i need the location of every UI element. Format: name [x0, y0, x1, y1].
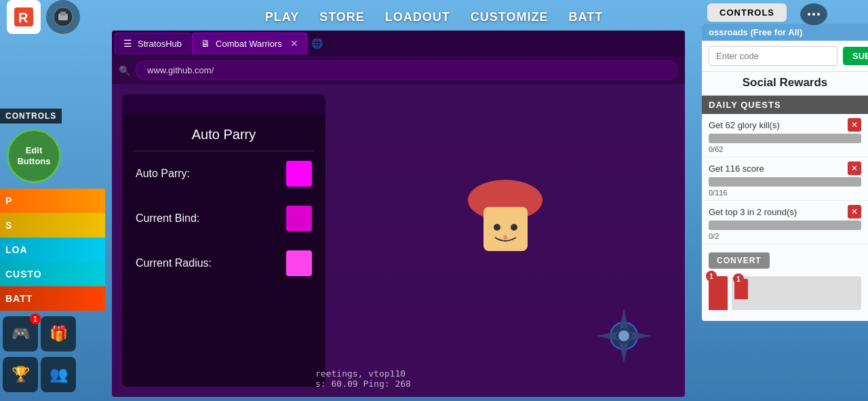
quest-2-close-button[interactable]: ✕ — [848, 161, 861, 175]
roblox-logo[interactable]: R — [7, 0, 41, 34]
more-options-button[interactable] — [800, 3, 827, 25]
convert-badge-1: 1 — [706, 271, 717, 282]
address-input[interactable] — [136, 60, 678, 80]
map-name: ossroads (Free for All) — [702, 24, 868, 41]
svg-rect-9 — [484, 207, 528, 251]
quest-2-progress-text: 0/116 — [709, 188, 861, 197]
svg-point-11 — [511, 224, 517, 231]
sidebar-icon-row: 🎮 1 🎁 — [0, 316, 105, 351]
right-panel: ossroads (Free for All) SUBMIT 3 Social … — [702, 24, 868, 321]
nav-store[interactable]: STORE — [319, 10, 365, 24]
group-icon[interactable]: 👥 — [41, 357, 76, 392]
convert-inner-badge: 1 — [733, 273, 744, 284]
svg-point-5 — [808, 13, 810, 16]
current-bind-label: Current Bind: — [136, 212, 199, 225]
gift-icon[interactable]: 🎁 — [41, 316, 76, 351]
nav-play[interactable]: PLAY — [265, 10, 299, 24]
controls-button[interactable]: CONTROLS — [707, 3, 787, 22]
quest-3-label: Get top 3 in 2 round(s) — [709, 207, 797, 217]
greeting-text: reetings, vtop110 — [315, 368, 411, 379]
convert-inner-bar-1: 1 — [734, 279, 748, 299]
tab-bar: ☰ StratosHub 🖥 Combat Warriors ✕ 🌐 — [112, 31, 685, 56]
stats-text: s: 60.09 Ping: 268 — [315, 379, 411, 389]
quest-3-progress-bar — [709, 221, 861, 230]
nav-loadout[interactable]: LOADOUT — [385, 10, 450, 24]
combat-tab-icon: 🖥 — [201, 38, 210, 49]
current-radius-row: Current Radius: — [122, 241, 326, 286]
convert-bars: 1 1 — [709, 273, 861, 310]
sidebar-customize-btn[interactable]: CUSTO — [0, 262, 105, 286]
secondary-logo[interactable] — [46, 0, 80, 34]
quest-1-row: Get 62 glory kill(s) ✕ — [709, 118, 861, 132]
sidebar-loadout-btn[interactable]: LOA — [0, 237, 105, 262]
quest-1-progress-text: 0/62 — [709, 145, 861, 154]
stratos-tab-icon: ☰ — [123, 38, 132, 49]
trophy-icon[interactable]: 🏆 — [3, 357, 38, 392]
inventory-icon[interactable]: 🎮 1 — [3, 316, 38, 351]
quest-3-progress-text: 0/2 — [709, 231, 861, 241]
edit-buttons-button[interactable]: EditButtons — [7, 129, 61, 183]
left-sidebar: CONTROLS EditButtons P S LOA CUSTO BATT … — [0, 109, 105, 392]
globe-icon[interactable]: 🌐 — [311, 37, 323, 50]
svg-rect-4 — [60, 12, 66, 16]
svg-point-7 — [817, 13, 820, 16]
quest-2-label: Get 116 score — [709, 164, 764, 174]
main-panel: ☰ StratosHub 🖥 Combat Warriors ✕ 🌐 🔍 Aut… — [112, 31, 685, 397]
quest-1-progress-bar — [709, 134, 861, 143]
current-radius-label: Current Radius: — [136, 257, 212, 269]
inventory-badge: 1 — [30, 313, 41, 324]
quest-item-1: Get 62 glory kill(s) ✕ 0/62 — [702, 114, 868, 157]
sidebar-icon-row-2: 🏆 👥 — [0, 357, 105, 392]
nav-customize[interactable]: CUSTOMIZE — [471, 10, 549, 24]
tab-stratoshub[interactable]: ☰ StratosHub — [115, 33, 191, 54]
quest-3-close-button[interactable]: ✕ — [848, 205, 861, 218]
nav-battle[interactable]: BATT — [569, 10, 604, 24]
social-rewards-title: Social Rewards — [702, 72, 868, 96]
quest-item-2: Get 116 score ✕ 0/116 — [702, 157, 868, 201]
stratos-tab-label: StratosHub — [138, 39, 182, 49]
quest-item-3: Get top 3 in 2 round(s) ✕ 0/2 — [702, 201, 868, 244]
quest-1-label: Get 62 glory kill(s) — [709, 120, 780, 130]
auto-parry-swatch[interactable] — [286, 161, 312, 187]
convert-area: 1 — [732, 276, 861, 310]
sidebar-store-btn[interactable]: S — [0, 213, 105, 237]
quest-2-row: Get 116 score ✕ — [709, 161, 861, 175]
svg-point-6 — [812, 13, 815, 16]
enter-code-input[interactable] — [709, 46, 837, 66]
address-bar: 🔍 — [112, 56, 685, 84]
svg-point-12 — [503, 235, 507, 240]
controls-label: CONTROLS — [0, 109, 62, 123]
quest-1-close-button[interactable]: ✕ — [848, 118, 861, 132]
weapon-shuriken — [593, 305, 654, 366]
current-bind-row: Current Bind: — [122, 196, 326, 241]
auto-parry-label: Auto Parry: — [136, 168, 190, 180]
combat-tab-label: Combat Warriors — [216, 39, 282, 49]
convert-button[interactable]: CONVERT — [709, 252, 770, 269]
avatar-area — [336, 94, 675, 387]
current-bind-swatch[interactable] — [286, 206, 312, 231]
character-avatar — [444, 173, 566, 309]
convert-inner-bars: 1 — [732, 276, 861, 302]
svg-point-14 — [618, 330, 629, 341]
svg-point-10 — [494, 224, 500, 231]
panel-content: Auto Parry Auto Parry: Current Bind: Cur… — [112, 84, 685, 397]
svg-text:R: R — [18, 10, 28, 25]
auto-parry-title: Auto Parry — [133, 115, 315, 151]
card-header-bar — [122, 94, 326, 115]
sidebar-play-btn[interactable]: P — [0, 189, 105, 213]
tab-combat-warriors[interactable]: 🖥 Combat Warriors ✕ — [192, 33, 307, 54]
submit-button[interactable]: SUBMIT — [843, 47, 868, 65]
bottom-info: reetings, vtop110 s: 60.09 Ping: 268 — [315, 368, 411, 389]
convert-bar-1-wrapper: 1 — [709, 276, 728, 310]
auto-parry-card: Auto Parry Auto Parry: Current Bind: Cur… — [122, 94, 326, 387]
sidebar-battle-btn[interactable]: BATT — [0, 286, 105, 311]
code-entry-row: SUBMIT 3 — [702, 41, 868, 72]
daily-quests-header: DAILY QUESTS — [702, 96, 868, 114]
quest-3-row: Get top 3 in 2 round(s) ✕ — [709, 205, 861, 218]
auto-parry-row: Auto Parry: — [122, 151, 326, 196]
tab-close-button[interactable]: ✕ — [290, 38, 298, 49]
quest-2-progress-bar — [709, 177, 861, 187]
convert-section: CONVERT 1 1 — [702, 248, 868, 314]
current-radius-swatch[interactable] — [286, 250, 312, 276]
search-icon: 🔍 — [119, 65, 130, 76]
